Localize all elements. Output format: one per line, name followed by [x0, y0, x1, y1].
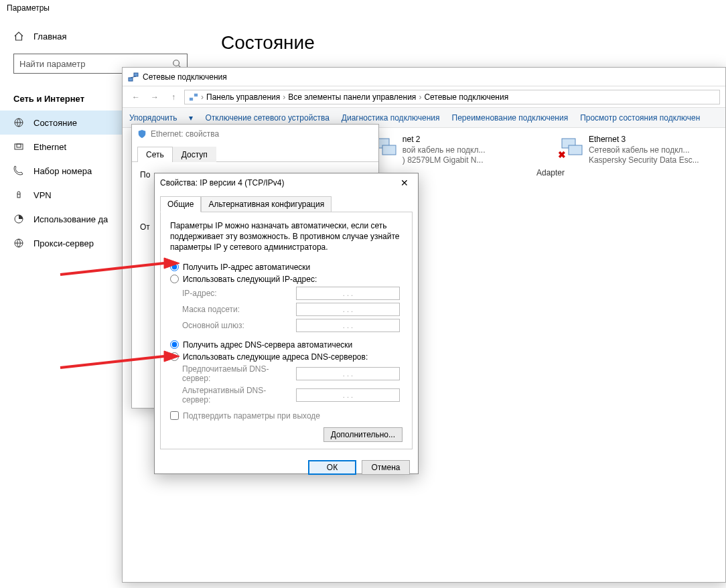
svg-point-0	[173, 60, 179, 66]
search-placeholder: Найти параметр	[19, 59, 85, 69]
svg-rect-4	[15, 144, 23, 149]
tab-alternative[interactable]: Альтернативная конфигурация	[201, 196, 332, 212]
toolbar-view-status[interactable]: Просмотр состояния подключен	[580, 113, 700, 123]
svg-rect-6	[17, 194, 20, 198]
validate-label: Подтвердить параметры при выходе	[183, 411, 320, 421]
radio-dns-auto[interactable]: Получить адрес DNS-сервера автоматически	[170, 340, 403, 350]
radio-dns-auto-input[interactable]	[170, 340, 179, 349]
nav-forward-button[interactable]: →	[147, 89, 163, 105]
radio-ip-auto-label: Получить IP-адрес автоматически	[183, 263, 310, 272]
toolbar-rename[interactable]: Переименование подключения	[452, 113, 569, 123]
adapter-icon: ✖	[559, 135, 583, 159]
ok-button[interactable]: ОК	[308, 460, 356, 475]
adapter-name: net 2	[403, 135, 486, 145]
sidebar-home[interactable]: Главная	[0, 25, 201, 47]
status-icon	[13, 117, 24, 128]
close-button[interactable]: ✕	[396, 175, 413, 191]
chevron-right-icon: ›	[201, 92, 204, 102]
ipv4-panel: Параметры IP можно назначать автоматичес…	[160, 212, 413, 449]
tab-network[interactable]: Сеть	[137, 147, 173, 162]
dns-preferred-input[interactable]: . . .	[296, 367, 400, 380]
ipv4-footer: ОК Отмена	[155, 455, 418, 480]
settings-titlebar: Параметры	[0, 0, 726, 19]
dns-preferred-label: Предпочитаемый DNS-сервер:	[182, 364, 289, 383]
breadcrumb[interactable]: › Панель управления › Все элементы панел…	[184, 90, 720, 104]
ip-address-label: IP-адрес:	[182, 289, 289, 298]
toolbar-disable[interactable]: Отключение сетевого устройства	[205, 113, 329, 123]
radio-dns-manual-label: Использовать следующие адреса DNS-сервер…	[183, 352, 368, 362]
ipv4-title: Свойства: IP версии 4 (TCP/IPv4)	[160, 178, 285, 188]
svg-rect-5	[17, 144, 21, 147]
adapter-ethernet-2[interactable]: net 2 вой кабель не подкл... ) 82579LM G…	[373, 135, 532, 166]
validate-checkbox[interactable]	[170, 411, 179, 420]
chevron-right-icon: ›	[283, 92, 285, 102]
ip-address-input[interactable]: . . .	[296, 287, 400, 300]
ethernet-icon	[13, 141, 24, 152]
adapter-label: Adapter	[536, 168, 565, 177]
sidebar-item-label: VPN	[33, 190, 52, 200]
breadcrumb-cp[interactable]: Панель управления	[206, 92, 280, 102]
sidebar-item-label: Использование да	[33, 214, 108, 224]
toolbar-organize[interactable]: Упорядочить	[129, 113, 177, 123]
chevron-right-icon: ›	[419, 92, 421, 102]
breadcrumb-all[interactable]: Все элементы панели управления	[288, 92, 416, 102]
advanced-button[interactable]: Дополнительно...	[323, 427, 403, 442]
tab-access[interactable]: Доступ	[173, 147, 216, 162]
svg-rect-13	[190, 97, 193, 100]
svg-rect-11	[134, 73, 138, 76]
home-icon	[13, 31, 24, 42]
globe-icon	[13, 238, 24, 248]
explorer-title: Сетевые подключения	[143, 72, 227, 82]
adapter-device: Kaspersky Security Data Esc...	[589, 155, 699, 166]
radio-ip-manual-label: Использовать следующий IP-адрес:	[183, 275, 317, 284]
dns-fields: Предпочитаемый DNS-сервер: . . . Альтерн…	[182, 364, 403, 405]
adapter-status: Сетевой кабель не подкл...	[589, 145, 699, 156]
adapter-ethernet-3[interactable]: ✖ Ethernet 3 Сетевой кабель не подкл... …	[559, 135, 719, 166]
sidebar-item-label: Состояние	[33, 118, 77, 128]
radio-dns-manual[interactable]: Использовать следующие адреса DNS-сервер…	[170, 352, 403, 362]
toolbar-diagnose[interactable]: Диагностика подключения	[342, 113, 440, 123]
sidebar-item-label: Прокси-сервер	[33, 238, 94, 248]
radio-ip-auto-input[interactable]	[170, 263, 179, 271]
nav-back-button[interactable]: ←	[128, 89, 144, 105]
ethprops-tabs: Сеть Доступ	[132, 146, 378, 162]
radio-ip-manual[interactable]: Использовать следующий IP-адрес:	[170, 275, 403, 284]
data-usage-icon	[13, 214, 24, 224]
page-title: Состояние	[221, 32, 706, 54]
radio-ip-manual-input[interactable]	[170, 275, 179, 283]
ipv4-properties-window: Свойства: IP версии 4 (TCP/IPv4) ✕ Общие…	[154, 173, 419, 474]
sidebar-home-label: Главная	[33, 31, 66, 42]
ethprops-title: Ethernet: свойства	[151, 129, 219, 139]
vpn-icon	[13, 190, 24, 200]
radio-dns-auto-label: Получить адрес DNS-сервера автоматически	[183, 340, 352, 350]
explorer-addressbar: ← → ↑ › Панель управления › Все элементы…	[123, 86, 725, 108]
svg-rect-14	[194, 93, 198, 96]
explorer-titlebar: Сетевые подключения	[123, 68, 725, 86]
ipv4-titlebar: Свойства: IP версии 4 (TCP/IPv4) ✕	[155, 173, 418, 192]
shield-icon	[137, 129, 147, 139]
settings-title: Параметры	[7, 3, 50, 13]
svg-rect-10	[129, 78, 133, 81]
gateway-label: Основной шлюз:	[182, 321, 289, 330]
validate-checkbox-row[interactable]: Подтвердить параметры при выходе	[170, 411, 403, 421]
dns-alternate-label: Альтернативный DNS-сервер:	[182, 386, 289, 405]
subnet-mask-label: Маска подсети:	[182, 305, 289, 314]
nav-up-button[interactable]: ↑	[165, 89, 182, 105]
subnet-mask-input[interactable]: . . .	[296, 303, 400, 316]
gateway-input[interactable]: . . .	[296, 319, 400, 332]
breadcrumb-net[interactable]: Сетевые подключения	[424, 92, 508, 102]
error-icon: ✖	[558, 149, 566, 160]
adapter-status: вой кабель не подкл...	[403, 145, 486, 156]
dns-alternate-input[interactable]: . . .	[296, 388, 400, 402]
sidebar-item-label: Набор номера	[33, 166, 92, 176]
svg-rect-16	[382, 145, 396, 155]
ip-fields: IP-адрес: . . . Маска подсети: . . . Осн…	[182, 287, 403, 332]
adapter-name: Ethernet 3	[589, 135, 699, 145]
ipv4-description: Параметры IP можно назначать автоматичес…	[170, 220, 403, 253]
phone-icon	[13, 165, 24, 176]
cancel-button[interactable]: Отмена	[362, 460, 410, 475]
radio-ip-auto[interactable]: Получить IP-адрес автоматически	[170, 263, 403, 272]
radio-dns-manual-input[interactable]	[170, 352, 179, 361]
sidebar-item-label: Ethernet	[33, 142, 66, 152]
tab-general[interactable]: Общие	[160, 196, 201, 212]
